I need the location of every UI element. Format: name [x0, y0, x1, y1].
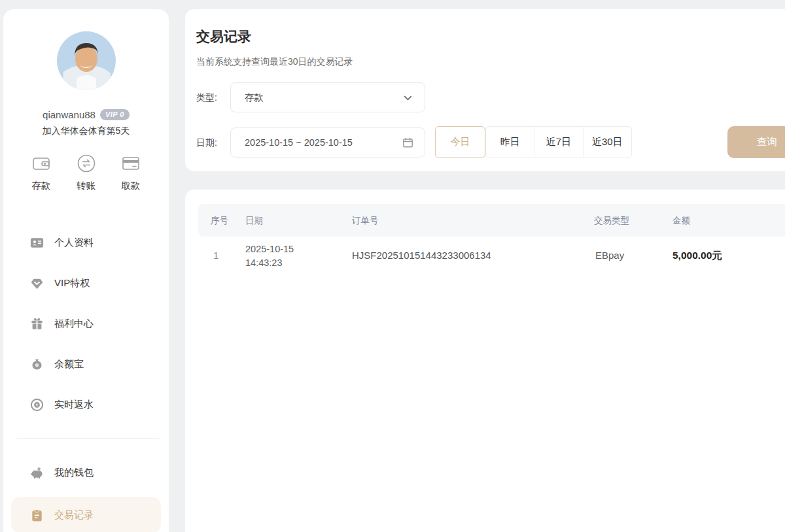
cell-order-no: HJSF202510151443233006134: [352, 250, 491, 261]
calendar-icon: [402, 137, 414, 149]
sidebar-item-label: 实时返水: [54, 399, 94, 411]
sidebar-item-label: 余额宝: [54, 358, 84, 371]
page-subtitle: 当前系统支持查询最近30日的交易记录: [196, 56, 353, 68]
quick-action-label: 取款: [122, 180, 141, 192]
sidebar-wallet-menu: 我的钱包 交易记录: [3, 452, 169, 532]
sidebar-item-my-wallet[interactable]: 我的钱包: [3, 452, 169, 493]
table-row: 1 2025-10-15 14:43:23 HJSF20251015144323…: [198, 237, 785, 274]
quick-actions: 存款 转账 取款: [12, 153, 160, 192]
col-header-date: 日期: [245, 215, 263, 227]
gift-icon: [29, 316, 44, 331]
range-button-last7days[interactable]: 近7日: [534, 127, 582, 158]
sidebar-item-vip[interactable]: VIP特权: [3, 263, 169, 303]
date-range-value: 2025-10-15 ~ 2025-10-15: [245, 137, 402, 148]
id-card-icon: [29, 235, 44, 250]
bank-card-icon: [120, 153, 141, 174]
date-range-input[interactable]: 2025-10-15 ~ 2025-10-15: [230, 127, 425, 158]
avatar: [57, 31, 116, 90]
sidebar-item-profile[interactable]: 个人资料: [3, 222, 169, 263]
sidebar-item-label: 个人资料: [54, 237, 94, 249]
quick-action-label: 存款: [32, 180, 51, 192]
cell-date: 2025-10-15 14:43:23: [245, 242, 294, 270]
quick-action-transfer[interactable]: 转账: [67, 153, 106, 192]
money-bag-icon: [29, 357, 44, 372]
transfer-icon: [76, 153, 97, 174]
vip-badge-icon: [29, 276, 44, 291]
clipboard-icon: [29, 508, 44, 523]
transactions-card: 序号 日期 订单号 交易类型 金额 1 2025-10-15 14:43:23 …: [185, 190, 785, 532]
coin-icon: [29, 397, 44, 412]
range-button-yesterday[interactable]: 昨日: [486, 127, 534, 158]
col-header-type: 交易类型: [594, 215, 629, 227]
cell-amount: 5,000.00元: [672, 249, 722, 263]
quick-action-label: 转账: [77, 180, 96, 192]
sidebar-item-yuebao[interactable]: 余额宝: [3, 344, 169, 384]
sidebar-item-label: 交易记录: [54, 509, 94, 522]
quick-action-withdraw[interactable]: 取款: [111, 153, 150, 192]
sidebar-item-rewards[interactable]: 福利中心: [3, 303, 169, 344]
account-page: qianwanu88 VIP 0 加入华体会体育第5天 存款 转账: [0, 0, 785, 532]
sidebar: qianwanu88 VIP 0 加入华体会体育第5天 存款 转账: [3, 9, 169, 532]
date-label: 日期:: [196, 137, 217, 149]
sidebar-divider: [16, 438, 160, 439]
type-select[interactable]: 存款: [230, 82, 425, 112]
col-header-amount: 金额: [672, 215, 690, 227]
user-identity: qianwanu88 VIP 0: [3, 109, 169, 120]
wallet-icon: [31, 153, 52, 174]
cell-type: EBpay: [595, 250, 624, 261]
sidebar-item-label: VIP特权: [54, 277, 90, 290]
quick-action-deposit[interactable]: 存款: [22, 153, 61, 192]
type-label: 类型:: [196, 92, 217, 104]
query-button[interactable]: 查询: [727, 126, 785, 158]
sidebar-item-label: 我的钱包: [54, 467, 94, 479]
sidebar-menu: 个人资料 VIP特权 福利中心: [3, 222, 169, 425]
cell-date-day: 2025-10-15: [245, 244, 294, 254]
type-select-value: 存款: [245, 91, 402, 104]
page-title: 交易记录: [196, 27, 251, 46]
sidebar-item-label: 福利中心: [54, 318, 94, 330]
avatar-portrait: [57, 31, 116, 90]
range-button-group: 昨日 近7日 近30日: [485, 126, 632, 158]
join-days-text: 加入华体会体育第5天: [3, 125, 169, 137]
chevron-down-icon: [402, 91, 414, 104]
col-header-order: 订单号: [352, 215, 379, 227]
cell-index: 1: [213, 250, 218, 261]
username: qianwanu88: [43, 109, 96, 120]
vip-level-badge: VIP 0: [100, 109, 130, 120]
filter-card: 交易记录 当前系统支持查询最近30日的交易记录 类型: 存款 日期: 2025-…: [185, 9, 785, 171]
range-button-last30days[interactable]: 近30日: [583, 127, 631, 158]
col-header-index: 序号: [211, 215, 228, 227]
sidebar-item-rebate[interactable]: 实时返水: [3, 384, 169, 425]
cell-date-time: 14:43:23: [245, 258, 282, 268]
sidebar-item-transactions[interactable]: 交易记录: [11, 497, 161, 532]
range-button-today[interactable]: 今日: [435, 126, 485, 158]
table-header: 序号 日期 订单号 交易类型 金额: [198, 204, 785, 237]
piggy-bank-icon: [29, 465, 44, 480]
